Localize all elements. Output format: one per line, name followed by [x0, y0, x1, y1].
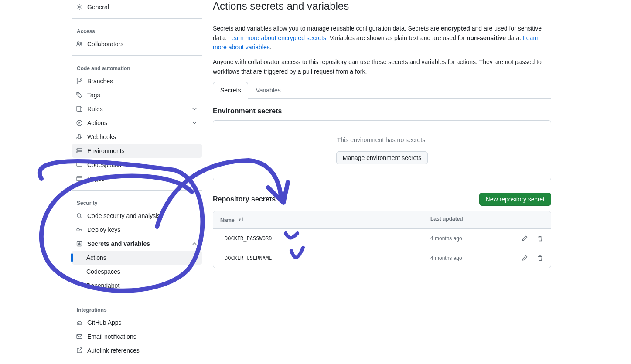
svg-point-18: [77, 214, 81, 217]
svg-point-9: [77, 137, 78, 139]
link-encrypted-secrets[interactable]: Learn more about encrypted secrets: [228, 34, 326, 41]
sidebar-item-label: Dependabot: [86, 282, 119, 289]
edit-button[interactable]: [521, 235, 528, 242]
sidebar-item-pages[interactable]: Pages: [72, 172, 202, 186]
sidebar-item-label: Collaborators: [87, 41, 198, 48]
sidebar-subitem-actions[interactable]: Actions: [72, 251, 202, 265]
page-title: Actions secrets and variables: [213, 0, 551, 17]
gear-icon: [76, 3, 83, 10]
key-icon: [76, 226, 83, 233]
sidebar-heading-security: Security: [72, 197, 202, 209]
server-icon: [76, 147, 83, 154]
sidebar-item-secrets-variables[interactable]: Secrets and variables: [72, 237, 202, 251]
sidebar-heading-access: Access: [72, 25, 202, 37]
delete-button[interactable]: [537, 235, 544, 242]
sidebar-item-label: Code security and analysis: [87, 212, 198, 219]
browser-icon: [76, 175, 83, 182]
sidebar-item-tags[interactable]: Tags: [72, 88, 202, 102]
sidebar-item-label: Autolink references: [87, 347, 198, 354]
secret-updated: 4 months ago: [430, 235, 500, 242]
sidebar-item-github-apps[interactable]: GitHub Apps: [72, 316, 202, 330]
svg-point-6: [78, 93, 78, 94]
table-header: Name Last updated: [213, 211, 551, 229]
secret-updated: 4 months ago: [430, 255, 500, 261]
sidebar-item-environments[interactable]: Environments: [72, 144, 202, 158]
column-updated: Last updated: [430, 216, 500, 224]
sidebar-item-general[interactable]: General: [72, 0, 202, 14]
description-2: Anyone with collaborator access to this …: [213, 58, 551, 76]
divider: [72, 18, 202, 19]
sidebar-item-label: General: [87, 3, 198, 10]
new-repository-secret-button[interactable]: New repository secret: [479, 193, 551, 206]
sidebar-item-label: Actions: [86, 254, 106, 261]
svg-rect-17: [77, 177, 82, 181]
sidebar-item-actions[interactable]: Actions: [72, 116, 202, 130]
link-external-icon: [76, 347, 83, 354]
sidebar-heading-code: Code and automation: [72, 62, 202, 74]
sidebar-item-rules[interactable]: Rules: [72, 102, 202, 116]
divider: [72, 190, 202, 191]
sidebar-item-email[interactable]: Email notifications: [72, 330, 202, 344]
svg-point-2: [80, 42, 82, 44]
sidebar-item-webhooks[interactable]: Webhooks: [72, 130, 202, 144]
heading-environment-secrets: Environment secrets: [213, 107, 551, 115]
tag-icon: [76, 92, 83, 99]
manage-environment-secrets-button[interactable]: Manage environment secrets: [336, 151, 428, 164]
chevron-down-icon: [191, 119, 198, 126]
svg-point-4: [77, 82, 78, 84]
sidebar-item-label: Rules: [87, 105, 187, 112]
sidebar-item-codespaces[interactable]: Codespaces: [72, 158, 202, 172]
asterisk-icon: [76, 240, 83, 247]
table-row: DOCKER_PASSWORD 4 months ago: [213, 229, 551, 248]
chevron-down-icon: [191, 105, 198, 112]
svg-point-15: [78, 152, 78, 153]
sidebar-item-label: Environments: [87, 147, 198, 154]
sidebar-item-label: Pages: [87, 175, 198, 182]
git-branch-icon: [76, 78, 83, 85]
sidebar-subitem-codespaces[interactable]: Codespaces: [72, 265, 202, 279]
svg-point-14: [78, 150, 78, 150]
repository-secrets-table: Name Last updated DOCKER_PASSWORD 4 mont…: [213, 211, 551, 268]
webhook-icon: [76, 133, 83, 140]
sidebar-subitem-dependabot[interactable]: Dependabot: [72, 279, 202, 293]
tab-variables[interactable]: Variables: [248, 82, 288, 99]
svg-rect-7: [77, 106, 81, 111]
sidebar-item-collaborators[interactable]: Collaborators: [72, 37, 202, 51]
shield-scan-icon: [76, 212, 83, 219]
secret-name: DOCKER_USERNAME: [225, 255, 272, 261]
sidebar-item-autolink[interactable]: Autolink references: [72, 344, 202, 357]
sidebar-heading-integrations: Integrations: [72, 303, 202, 316]
sidebar-item-label: GitHub Apps: [87, 319, 198, 326]
svg-point-3: [77, 78, 78, 80]
sidebar-item-deploy-keys[interactable]: Deploy keys: [72, 223, 202, 237]
rules-icon: [76, 105, 83, 112]
sort-icon[interactable]: [237, 216, 244, 224]
divider: [72, 297, 202, 297]
svg-point-5: [80, 79, 82, 80]
tab-secrets[interactable]: Secrets: [213, 82, 248, 99]
edit-button[interactable]: [521, 255, 528, 262]
svg-point-10: [80, 137, 82, 139]
sidebar-item-label: Secrets and variables: [87, 240, 187, 247]
sidebar-item-code-security[interactable]: Code security and analysis: [72, 209, 202, 223]
main-content: Actions secrets and variables Secrets an…: [202, 0, 551, 357]
heading-repository-secrets: Repository secrets: [213, 195, 276, 203]
sidebar-item-label: Tags: [87, 92, 198, 99]
svg-point-11: [78, 134, 80, 136]
secret-name: DOCKER_PASSWORD: [225, 235, 272, 242]
svg-rect-16: [77, 163, 82, 166]
sidebar-item-branches[interactable]: Branches: [72, 74, 202, 88]
sidebar-item-label: Codespaces: [87, 161, 198, 168]
table-row: DOCKER_USERNAME 4 months ago: [213, 248, 551, 268]
environment-secrets-box: This environment has no secrets. Manage …: [213, 120, 551, 180]
settings-sidebar: General Access Collaborators Code and au…: [72, 0, 202, 357]
delete-button[interactable]: [537, 255, 544, 262]
hubot-icon: [76, 319, 83, 326]
divider: [72, 55, 202, 56]
svg-point-1: [77, 42, 79, 44]
column-name[interactable]: Name: [220, 217, 235, 223]
sidebar-item-label: Webhooks: [87, 133, 198, 140]
codespaces-icon: [76, 161, 83, 168]
sidebar-item-label: Email notifications: [87, 333, 198, 340]
people-icon: [76, 41, 83, 48]
